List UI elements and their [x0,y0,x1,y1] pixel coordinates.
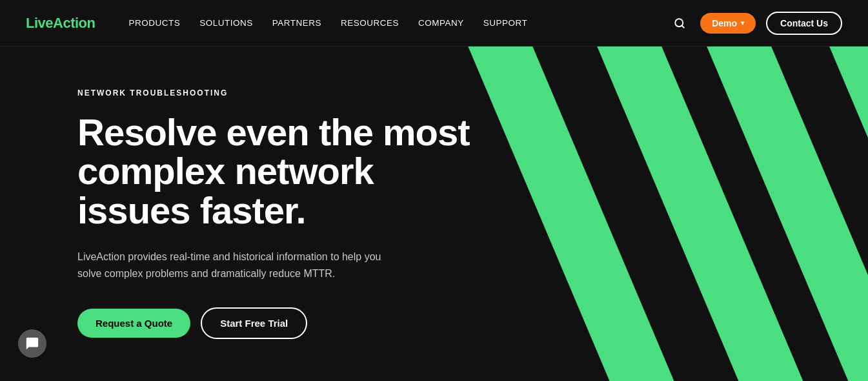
nav-item-company[interactable]: COMPANY [410,13,472,33]
navbar: LiveAction PRODUCTS SOLUTIONS PARTNERS R… [0,0,868,46]
hero-title: Resolve even the most complex network is… [77,113,478,231]
svg-line-1 [682,25,684,27]
nav-links: PRODUCTS SOLUTIONS PARTNERS RESOURCES CO… [121,13,669,33]
nav-item-products[interactable]: PRODUCTS [121,13,188,33]
chevron-down-icon: ▾ [741,19,744,26]
hero-section: NETWORK TROUBLESHOOTING Resolve even the… [0,46,868,381]
logo[interactable]: LiveAction [26,15,95,32]
nav-actions: Demo ▾ Contact Us [669,12,842,35]
hero-eyebrow: NETWORK TROUBLESHOOTING [77,88,478,98]
start-trial-button[interactable]: Start Free Trial [201,307,307,339]
nav-item-resources[interactable]: RESOURCES [333,13,407,33]
contact-button[interactable]: Contact Us [766,12,842,35]
search-icon[interactable] [669,13,690,34]
demo-button[interactable]: Demo ▾ [700,13,756,34]
chat-bubble-button[interactable] [18,329,46,358]
logo-text: LiveAction [26,15,95,32]
nav-item-support[interactable]: SUPPORT [476,13,536,33]
nav-item-partners[interactable]: PARTNERS [265,13,329,33]
hero-description: LiveAction provides real-time and histor… [77,249,387,282]
hero-content: NETWORK TROUBLESHOOTING Resolve even the… [0,46,478,381]
nav-item-solutions[interactable]: SOLUTIONS [192,13,261,33]
request-quote-button[interactable]: Request a Quote [77,309,190,338]
hero-buttons: Request a Quote Start Free Trial [77,307,478,339]
